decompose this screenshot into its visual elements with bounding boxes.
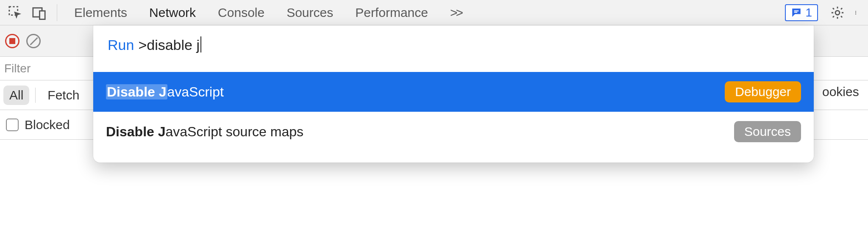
command-result[interactable]: Disable JavaScript Debugger [93, 72, 814, 112]
device-toolbar-icon[interactable] [27, 1, 51, 25]
svg-point-7 [855, 12, 856, 13]
blocked-label: Blocked [25, 118, 70, 132]
record-button[interactable] [5, 34, 19, 48]
tab-elements[interactable]: Elements [63, 0, 138, 25]
command-result-label: Disable JavaScript [106, 84, 224, 100]
tab-network[interactable]: Network [138, 0, 207, 25]
svg-point-8 [855, 14, 856, 14]
svg-point-5 [835, 11, 840, 15]
tab-label: Console [218, 6, 264, 20]
filter-input[interactable]: Filter [4, 62, 31, 75]
divider [57, 4, 57, 21]
command-result-badge: Sources [734, 121, 801, 142]
tab-label: Elements [74, 6, 127, 20]
chat-icon [791, 7, 802, 18]
svg-point-6 [855, 11, 856, 11]
svg-rect-4 [794, 11, 798, 12]
tab-label: Performance [355, 6, 428, 20]
blocked-checkbox[interactable] [6, 119, 19, 131]
palette-bottom-pad [93, 152, 814, 163]
text-caret [200, 36, 201, 52]
tab-label: Sources [287, 6, 333, 20]
svg-rect-2 [39, 11, 45, 19]
filter-fetch[interactable]: Fetch [42, 86, 85, 105]
command-result-badge: Debugger [725, 81, 801, 102]
devtools-tabs: Elements Network Console Sources Perform… [0, 0, 868, 25]
issues-indicator[interactable]: 1 [785, 4, 818, 21]
command-query: >disable j [138, 36, 201, 53]
tabs-overflow[interactable]: >> [439, 0, 473, 25]
tab-console[interactable]: Console [207, 0, 275, 25]
divider [35, 88, 36, 103]
tab-label: Network [149, 6, 196, 20]
filter-all[interactable]: All [3, 86, 29, 105]
svg-rect-3 [794, 10, 799, 11]
command-query-row[interactable]: Run >disable j [93, 25, 814, 72]
tab-sources[interactable]: Sources [275, 0, 344, 25]
settings-icon[interactable] [826, 1, 849, 25]
tab-performance[interactable]: Performance [344, 0, 439, 25]
overflow-glyph: >> [450, 6, 462, 20]
more-menu-icon[interactable] [849, 1, 865, 25]
stop-icon [9, 38, 15, 44]
inspect-element-icon[interactable] [3, 1, 27, 25]
issues-count: 1 [805, 6, 812, 19]
command-result-label: Disable JavaScript source maps [106, 124, 303, 140]
clear-icon[interactable] [26, 34, 41, 48]
run-prefix: Run [108, 37, 134, 53]
peek-cookies: ookies [822, 85, 868, 99]
command-palette: Run >disable j Disable JavaScript Debugg… [93, 25, 814, 163]
command-result[interactable]: Disable JavaScript source maps Sources [93, 112, 814, 152]
